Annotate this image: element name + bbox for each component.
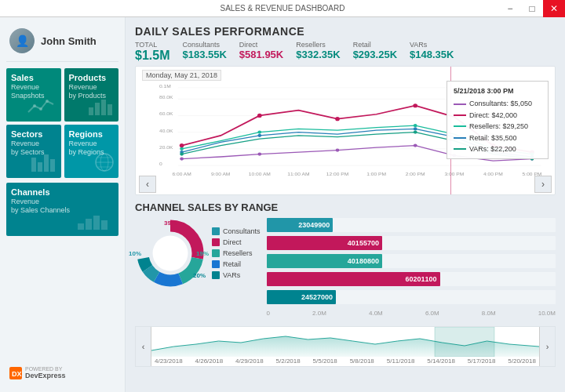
avatar: 👤 [9,28,35,53]
chart-prev-icon[interactable]: ‹ [139,176,156,193]
bar-fill-vars: 24527000 [267,290,336,304]
bar-row-direct: 40155700 [267,236,556,250]
chart-next-icon[interactable]: › [534,176,552,193]
regions-globe-icon [93,151,115,175]
tile-sales-title: Sales [11,73,56,83]
svg-point-42 [335,117,340,121]
svg-point-43 [413,103,417,107]
kpi-total: TOTAL $1.5M [135,41,170,63]
tile-regions-subtitle: Revenue [69,140,115,148]
kpi-vars: VARs $148.35K [410,41,454,60]
svg-point-54 [180,152,184,155]
bar-value-consultants: 23049900 [298,221,330,229]
svg-point-0 [33,104,36,107]
tile-sales-subtitle: Revenue [11,83,56,92]
svg-point-48 [414,124,417,127]
kpi-vars-label: VARs [410,41,454,49]
window-title: SALES & REVENUE DASHBOARD [221,4,345,13]
devexpress-name: DevExpress [25,372,66,379]
legend-dot-consultants [212,227,220,235]
svg-rect-3 [89,107,93,115]
bar-value-direct: 40155700 [348,239,379,247]
tooltip-time: 5/21/2018 3:00 PM [454,85,541,96]
chart-prev-button[interactable]: ‹ [139,176,156,193]
window-controls: − □ ✕ [499,0,565,17]
svg-text:4:00 PM: 4:00 PM [483,171,503,176]
kpi-resellers: Resellers $332.35K [296,41,340,60]
minimize-button[interactable]: − [499,0,521,17]
nav-dates: 4/23/2018 4/26/2018 4/29/2018 5/2/2018 5… [155,358,536,365]
svg-text:2:00 PM: 2:00 PM [406,171,425,176]
bar-row-retail: 60201100 [267,272,556,286]
donut-label-retail: 22% [164,278,177,285]
chart-tooltip: 5/21/2018 3:00 PM Consultants: $5,050 Di… [447,81,549,159]
donut-label-vars: 20% [193,272,206,279]
svg-text:60.0K: 60.0K [159,111,173,117]
legend-dot-resellers [212,249,220,257]
bar-track-consultants: 23049900 [267,218,556,232]
tooltip-resellers: Resellers: $29,250 [454,121,541,132]
sales-chart-icon [27,95,58,118]
svg-point-52 [414,127,417,130]
products-icon [87,95,115,118]
svg-text:3:00 PM: 3:00 PM [444,171,464,176]
sidebar-item-sectors[interactable]: Sectors Revenue by Sectors [6,125,61,178]
legend-dot-retail [212,260,220,268]
bar-row-consultants: 23049900 [267,218,556,232]
daily-sales-chart: Monday, May 21, 2018 0 20.0K 40.0K 60.0K… [135,66,556,195]
main-content: DAILY SALES PERFORMANCE TOTAL $1.5M Cons… [126,17,565,392]
bottom-navigator: ‹ 4/23/2018 4/26/2018 [135,326,556,367]
donut-with-legend: 39% 19% 22% 10% 20% Consultants [135,218,261,289]
legend-dot-vars [212,271,220,279]
svg-point-37 [414,143,417,147]
sidebar-item-products[interactable]: Products Revenue by Products [64,68,119,122]
svg-text:9:00 AM: 9:00 AM [211,171,230,176]
channel-sales-title: CHANNEL SALES BY RANGE [135,201,556,213]
chart-date: Monday, May 21, 2018 [142,70,221,81]
bar-fill-direct: 40155700 [267,236,382,250]
svg-point-51 [257,134,261,137]
svg-point-36 [336,148,340,151]
svg-rect-19 [101,220,108,230]
bar-fill-retail: 60201100 [267,272,440,286]
title-bar: SALES & REVENUE DASHBOARD − □ ✕ [0,0,565,17]
svg-point-34 [180,157,184,160]
nav-chart: 4/23/2018 4/26/2018 4/29/2018 5/2/2018 5… [151,327,539,366]
bar-value-retail: 60201100 [406,275,437,283]
svg-text:20.0K: 20.0K [159,144,173,150]
sidebar: 👤 John Smith Sales Revenue Snapshots [0,17,126,392]
donut-chart: 39% 19% 22% 10% 20% [135,218,206,289]
nav-next-button[interactable]: › [539,327,555,366]
sidebar-item-sales[interactable]: Sales Revenue Snapshots [6,68,61,122]
bar-value-vars: 24527000 [301,293,333,301]
tooltip-consultants: Consultants: $5,050 [454,98,541,109]
maximize-button[interactable]: □ [521,0,543,17]
tile-sectors-subtitle: Revenue [11,140,56,148]
svg-point-55 [414,131,417,134]
sidebar-item-regions[interactable]: Regions Revenue by Regions [64,125,119,178]
kpi-retail-label: Retail [353,41,397,49]
svg-text:1:00 PM: 1:00 PM [366,171,386,176]
user-name: John Smith [41,35,97,47]
chart-next-button[interactable]: › [534,176,552,193]
tile-products-subtitle: Revenue [69,83,115,92]
svg-text:0.1M: 0.1M [159,83,171,89]
nav-prev-button[interactable]: ‹ [136,327,151,366]
tile-regions-title: Regions [69,129,115,140]
legend-dot-direct [212,238,220,246]
kpi-resellers-label: Resellers [296,41,340,49]
svg-text:10:00 AM: 10:00 AM [249,171,271,176]
donut-label-consultants: 10% [129,250,141,257]
svg-rect-18 [93,216,100,230]
donut-label-direct: 39% [164,220,177,227]
svg-text:DX: DX [12,370,22,378]
tile-sectors-title: Sectors [11,129,56,140]
tile-channels-title: Channels [11,187,114,198]
svg-rect-17 [86,219,92,230]
close-button[interactable]: ✕ [543,0,565,17]
legend-consultants: Consultants [212,227,261,235]
svg-rect-16 [78,223,84,230]
svg-point-2 [46,100,49,103]
channel-sales-content: 39% 19% 22% 10% 20% Consultants [135,218,556,318]
sidebar-item-channels[interactable]: Channels Revenue by Sales Channels [6,183,118,236]
